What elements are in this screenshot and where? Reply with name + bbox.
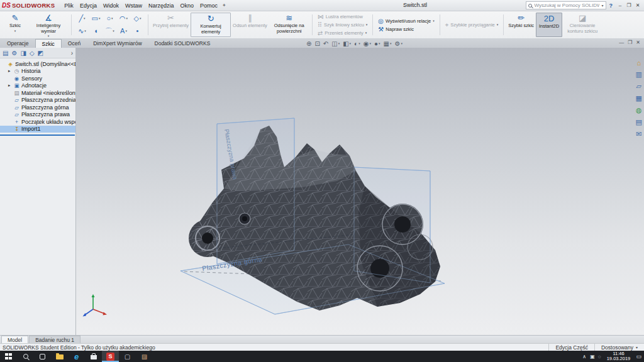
file-explorer-pane-icon[interactable]: ▱: [636, 82, 641, 90]
file-explorer-icon[interactable]: [51, 351, 68, 362]
taskbar-clock[interactable]: 11:46 19.03.2019: [604, 351, 632, 362]
app-icon-1[interactable]: ▢: [119, 351, 136, 362]
display-style-icon[interactable]: ◐ ▾: [354, 40, 360, 47]
hidden-icons-chevron[interactable]: ∧: [582, 354, 586, 359]
tree-item[interactable]: ↧ Import1: [0, 126, 75, 133]
tree-item[interactable]: ▸ ◷ Historia: [0, 68, 75, 75]
sw-forum-icon[interactable]: ✉: [636, 130, 641, 138]
command-tab[interactable]: Oceń: [62, 39, 87, 48]
menu-item[interactable]: Okno: [177, 3, 197, 9]
restore-window-icon[interactable]: ❐: [625, 3, 633, 8]
model-tab[interactable]: Badanie ruchu 1: [29, 336, 80, 343]
help-button[interactable]: ?: [609, 3, 613, 9]
section-view-icon[interactable]: ◫ ▾: [331, 40, 340, 47]
view-settings-icon[interactable]: ⚙ ▾: [394, 40, 402, 47]
command-tab[interactable]: DimXpert Wymiarów: [87, 39, 148, 48]
restore-doc-icon[interactable]: ❐: [628, 40, 632, 45]
sw-resources-icon[interactable]: ⌂: [636, 59, 641, 67]
tree-expand-icon[interactable]: ▸: [8, 69, 13, 74]
ribbon-small-button[interactable]: ⇄ Przenieś elementy ▾: [318, 30, 368, 36]
task-view-button[interactable]: [34, 351, 51, 362]
tree-item[interactable]: ◈ Switch.stl (Domyślna<<Domyślna: [0, 60, 75, 68]
dimxpert-manager-tab-icon[interactable]: ◇: [30, 50, 35, 57]
action-center-button[interactable]: ▭: [636, 353, 641, 359]
ribbon-small-button[interactable]: ⠿ Szyk liniowy szkicu ▾: [318, 21, 368, 28]
menu-item[interactable]: Pomoc: [197, 3, 221, 9]
apply-scene-icon[interactable]: ▦ ▾: [383, 40, 391, 47]
ribbon-button[interactable]: ✎ Szkic ▾: [2, 13, 28, 37]
solidworks-taskbar-icon[interactable]: S: [102, 351, 119, 362]
sketch-entity-button[interactable]: ◠ ▾: [117, 13, 130, 25]
zoom-fit-icon[interactable]: ⊕ ▾: [306, 40, 311, 47]
panel-expand-chevron[interactable]: ›: [71, 50, 73, 57]
ribbon-small-button[interactable]: ⋈ Lustra elementów ▾: [318, 13, 368, 20]
ribbon-small-button[interactable]: ⚒ Napraw szkic ▾: [378, 26, 434, 33]
custom-properties-icon[interactable]: ▤: [636, 118, 642, 126]
command-tab[interactable]: Dodatki SOLIDWORKS: [148, 39, 217, 48]
app-icon-2[interactable]: ▨: [136, 351, 153, 362]
menu-item[interactable]: Widok: [100, 3, 122, 9]
pin-menu-icon[interactable]: ✦: [222, 3, 226, 8]
tree-item[interactable]: ▱ Płaszczyzna górna: [0, 104, 75, 111]
ribbon-button[interactable]: 2D Instant2D ▾: [536, 13, 562, 37]
sketch-entity-button[interactable]: A ▾: [117, 25, 130, 37]
configuration-manager-tab-icon[interactable]: ◨: [20, 50, 26, 57]
sketch-entity-button[interactable]: ∿ ▾: [75, 25, 89, 37]
ribbon-button[interactable]: ∡ Inteligentny wymiar ▾: [28, 13, 69, 37]
search-scope-caret-icon[interactable]: ▾: [601, 3, 603, 8]
command-tab[interactable]: Szkic: [35, 39, 62, 48]
display-manager-tab-icon[interactable]: ◩: [38, 50, 43, 57]
minimize-window-icon[interactable]: –: [616, 3, 625, 8]
feature-manager-tab-icon[interactable]: ▤: [3, 50, 8, 57]
tray-icon-2[interactable]: ◌: [598, 354, 601, 359]
menu-item[interactable]: Wstaw: [122, 3, 145, 9]
design-library-icon[interactable]: ▥: [636, 70, 642, 79]
command-tab[interactable]: Operacje: [1, 39, 35, 48]
appearances-scenes-icon[interactable]: ◍: [636, 106, 642, 114]
close-window-icon[interactable]: ✕: [633, 3, 642, 8]
sketch-entity-button[interactable]: ◖ ▾: [89, 25, 103, 37]
tree-item[interactable]: ◉ Sensory: [0, 75, 75, 82]
tree-item[interactable]: + Początek układu współrzędnych: [0, 118, 75, 126]
start-button[interactable]: [0, 351, 17, 362]
sketch-entity-button[interactable]: ╱ ▾: [75, 13, 89, 25]
ribbon-button[interactable]: ↻ Konwertuj elementy ▾: [191, 13, 231, 37]
tree-item[interactable]: ▸ ▣ Adnotacje: [0, 82, 75, 90]
sketch-entity-button[interactable]: ⌒ ▾: [103, 25, 116, 37]
edit-appearance-icon[interactable]: ● ▾: [374, 40, 380, 47]
tray-icon-1[interactable]: ▣: [590, 354, 595, 359]
sketch-entity-button[interactable]: ◇ ▾: [131, 13, 144, 25]
sketch-entity-button[interactable]: ▭ ▾: [89, 13, 103, 25]
ribbon-button[interactable]: ✏ Szybki szkic ▾: [506, 13, 536, 37]
previous-view-icon[interactable]: ↶ ▾: [323, 40, 328, 47]
model-tab[interactable]: Model: [1, 336, 28, 343]
view-orientation-icon[interactable]: ◧ ▾: [343, 40, 351, 47]
graphics-area[interactable]: Płaszczyzna górna Płaszczyzna prawa ⌂▥▱▦…: [76, 48, 644, 335]
tree-item[interactable]: ▱ Płaszczyzna przednia: [0, 97, 75, 104]
menu-item[interactable]: Narzędzia: [145, 3, 177, 9]
tree-expand-icon[interactable]: ▸: [8, 83, 13, 88]
search-button[interactable]: [17, 351, 34, 362]
menu-item[interactable]: Plik: [61, 3, 77, 9]
hide-show-items-icon[interactable]: ◉ ▾: [364, 40, 371, 47]
tree-item[interactable]: ▱ Płaszczyzna prawa: [0, 111, 75, 119]
zoom-area-icon[interactable]: ⊡ ▾: [314, 40, 319, 47]
menu-item[interactable]: Edycja: [77, 3, 100, 9]
ribbon-button[interactable]: ≋ Odsunięcie na powierzchni ▾: [269, 13, 309, 37]
units-dropdown[interactable]: Dostosowany ▾: [594, 344, 644, 351]
sketch-entity-button[interactable]: ○ ▾: [103, 13, 116, 25]
ribbon-button[interactable]: ✂ Przytnij elementy ▾: [151, 13, 191, 37]
ribbon-small-button[interactable]: ◎ Wyświetl/usuń relacje ▾: [378, 18, 434, 25]
ribbon-button[interactable]: ∥ Odsuń elementy ▾: [231, 13, 269, 37]
rollback-bar[interactable]: [0, 134, 75, 136]
close-doc-icon[interactable]: ✕: [636, 40, 640, 45]
ribbon-button[interactable]: ◪ Cieniowanie konturu szkicu ▾: [562, 13, 602, 37]
view-palette-icon[interactable]: ▦: [636, 94, 642, 102]
minimize-doc-icon[interactable]: —: [619, 40, 624, 45]
tree-item[interactable]: ▤ Materiał <nieokreślony>: [0, 89, 75, 97]
search-input[interactable]: [534, 3, 599, 8]
edge-icon[interactable]: e: [68, 351, 85, 362]
ribbon-small-button[interactable]: ⌖ Szybkie przyciąganie ▾: [445, 21, 499, 29]
sketch-entity-button[interactable]: • ▾: [131, 25, 144, 37]
store-icon[interactable]: [85, 351, 102, 362]
